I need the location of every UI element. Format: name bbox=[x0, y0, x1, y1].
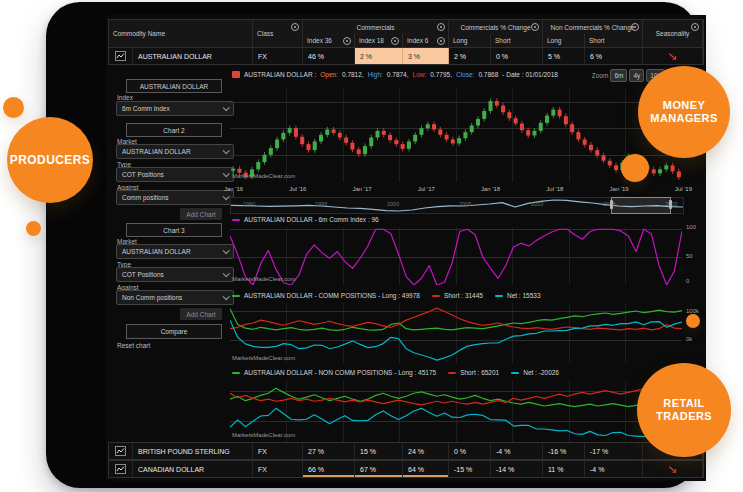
decor-dot bbox=[26, 221, 41, 236]
watermark: MarketsMadeClear.com bbox=[232, 355, 295, 361]
col-cc-short: Short bbox=[491, 34, 543, 47]
y-tick: 0 bbox=[686, 278, 689, 284]
ncc-short-value: 6 % bbox=[585, 48, 643, 64]
cc-short-value: -4 % bbox=[491, 443, 543, 459]
index36-value: 27 % bbox=[303, 443, 355, 459]
compare-button[interactable]: Compare bbox=[126, 324, 222, 339]
info-icon[interactable] bbox=[437, 37, 445, 45]
comm-index-chart[interactable] bbox=[230, 227, 682, 285]
cc-short-value: 0 % bbox=[491, 48, 543, 64]
cc-long-value: 0 % bbox=[449, 443, 491, 459]
chevron-down-icon bbox=[223, 247, 230, 254]
col-index18: Index 18 bbox=[355, 34, 403, 47]
row-chart-toggle-icon[interactable] bbox=[109, 461, 133, 477]
watermark: MarketsMadeClear.com bbox=[232, 432, 295, 438]
index18-value: 15 % bbox=[355, 443, 403, 459]
navigator-handle-right[interactable] bbox=[669, 200, 672, 209]
seasonality-down-arrow-icon bbox=[643, 461, 703, 477]
chevron-down-icon bbox=[223, 293, 230, 300]
ncc-short-value: -17 % bbox=[585, 443, 643, 459]
table-row-canadian-dollar[interactable]: CANADIAN DOLLAR FX 66 % 67 % 64 % -15 % … bbox=[108, 460, 704, 478]
zoom-label: Zoom bbox=[592, 72, 609, 79]
watermark: MarketsMadeClear.com bbox=[232, 276, 295, 282]
comm-positions-legend: AUSTRALIAN DOLLAR - COMM POSITIONS - Lon… bbox=[232, 292, 541, 299]
commodity-name: CANADIAN DOLLAR bbox=[133, 461, 253, 477]
chart2-against-select[interactable]: Comm positions bbox=[116, 190, 234, 205]
series-swatch-icon bbox=[432, 295, 440, 297]
info-icon[interactable] bbox=[391, 37, 399, 45]
zoom-6m-button[interactable]: 6m bbox=[610, 69, 627, 82]
chart3-market-select[interactable]: AUSTRALIAN DOLLAR bbox=[116, 244, 234, 259]
col-commodity-name: Commodity Name bbox=[109, 20, 253, 47]
chevron-down-icon bbox=[223, 193, 230, 200]
info-icon[interactable] bbox=[531, 23, 539, 31]
info-icon[interactable] bbox=[343, 37, 351, 45]
noncomm-positions-chart[interactable] bbox=[230, 380, 682, 442]
tablet-frame: Commodity Name Class Commercials Commerc… bbox=[46, 2, 698, 488]
row-chart-toggle-icon[interactable] bbox=[109, 48, 133, 64]
decor-dot bbox=[3, 97, 24, 118]
cc-short-value: -14 % bbox=[491, 461, 543, 477]
col-index6: Index 6 bbox=[403, 34, 449, 47]
cc-long-value: -15 % bbox=[449, 461, 491, 477]
chevron-down-icon bbox=[223, 170, 230, 177]
chart2-add-chart-button[interactable]: Add Chart bbox=[180, 208, 222, 220]
col-ncc-long: Long bbox=[543, 34, 585, 47]
y-tick: 0k bbox=[686, 336, 692, 342]
series-swatch-icon bbox=[232, 71, 240, 78]
table-row-british-pound[interactable]: BRITISH POUND STERLING FX 27 % 15 % 24 %… bbox=[108, 442, 704, 460]
market-selector-button[interactable]: AUSTRALIAN DOLLAR bbox=[126, 79, 222, 93]
series-swatch-icon bbox=[511, 372, 519, 374]
series-swatch-icon bbox=[232, 372, 240, 374]
chart3-add-chart-button[interactable]: Add Chart bbox=[180, 308, 222, 320]
col-seasonality: Seasonality bbox=[643, 20, 703, 47]
money-managers-badge: MONEY MANAGERS bbox=[638, 66, 730, 158]
navigator-selection[interactable] bbox=[611, 197, 672, 214]
chevron-down-icon bbox=[223, 104, 230, 111]
y-tick: 50 bbox=[686, 253, 693, 259]
navigator-handle-left[interactable] bbox=[610, 200, 613, 209]
reset-chart-link[interactable]: Reset chart bbox=[117, 342, 150, 349]
chart2-type-select[interactable]: COT Positions bbox=[116, 167, 234, 182]
info-icon[interactable] bbox=[631, 23, 639, 31]
chart3-header-button[interactable]: Chart 3 bbox=[126, 223, 222, 237]
retail-traders-badge: RETAIL TRADERS bbox=[637, 363, 731, 457]
comm-index-legend: AUSTRALIAN DOLLAR - 6m Comm Index : 96 bbox=[232, 216, 379, 223]
price-candlestick-chart[interactable] bbox=[230, 89, 682, 182]
group-commercials-change: Commercials % Change bbox=[449, 20, 543, 34]
col-ncc-short: Short bbox=[585, 34, 643, 47]
index-select[interactable]: 6m Comm Index bbox=[116, 101, 234, 116]
table-row-australian-dollar[interactable]: AUSTRALIAN DOLLAR FX 46 % 2 % 3 % 2 % 0 … bbox=[108, 48, 704, 65]
ncc-long-value: 5 % bbox=[543, 48, 585, 64]
info-icon[interactable] bbox=[291, 23, 299, 31]
commodity-name: BRITISH POUND STERLING bbox=[133, 443, 253, 459]
class-value: FX bbox=[253, 443, 303, 459]
ncc-long-value: 11 % bbox=[543, 461, 585, 477]
index36-value: 46 % bbox=[303, 48, 355, 64]
class-value: FX bbox=[253, 48, 303, 64]
info-icon[interactable] bbox=[437, 23, 445, 31]
group-noncommercials-change: Non Commercials % Change bbox=[543, 20, 643, 34]
chart2-header-button[interactable]: Chart 2 bbox=[126, 123, 222, 137]
candle-legend: AUSTRALIAN DOLLAR : Open:0.7812, High:0.… bbox=[232, 71, 558, 78]
col-index36: Index 36 bbox=[303, 34, 355, 47]
series-swatch-icon bbox=[232, 295, 240, 297]
cc-long-value: 2 % bbox=[449, 48, 491, 64]
range-navigator[interactable]: 1990 1995 2000 2005 2010 2015 2020 bbox=[230, 197, 684, 214]
noncomm-positions-legend: AUSTRALIAN DOLLAR - NON COMM POSITIONS -… bbox=[232, 369, 559, 376]
y-tick: 100 bbox=[686, 224, 696, 230]
comm-positions-chart[interactable] bbox=[230, 303, 682, 363]
producers-badge: PRODUCERS bbox=[7, 117, 93, 203]
chart3-against-select[interactable]: Non Comm positions bbox=[116, 290, 234, 305]
x-axis-labels: Jan '16Jul '16 Jan '17Jul '17 Jan '18Jul… bbox=[224, 186, 692, 192]
chart3-type-select[interactable]: COT Positions bbox=[116, 267, 234, 282]
index18-value: 2 % bbox=[355, 48, 403, 64]
row-chart-toggle-icon[interactable] bbox=[109, 443, 133, 459]
info-icon[interactable] bbox=[691, 23, 699, 31]
chart2-market-select[interactable]: AUSTRALIAN DOLLAR bbox=[116, 144, 234, 159]
col-class: Class bbox=[253, 20, 303, 47]
zoom-4y-button[interactable]: 4y bbox=[629, 69, 644, 82]
class-value: FX bbox=[253, 461, 303, 477]
index36-value: 66 % bbox=[303, 461, 355, 477]
watermark: MarketsMadeClear.com bbox=[232, 173, 295, 179]
